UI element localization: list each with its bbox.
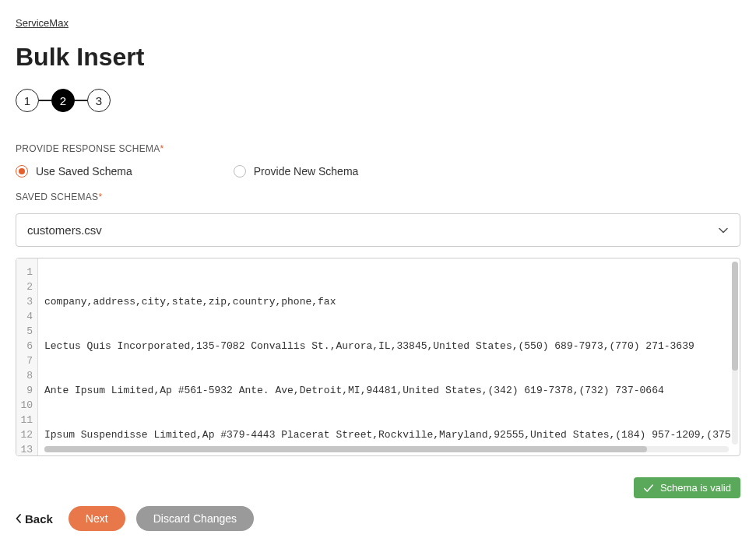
code-line: Ipsum Suspendisse Limited,Ap #379-4443 P… [44, 427, 733, 442]
radio-icon [16, 165, 28, 178]
next-button[interactable]: Next [69, 506, 125, 531]
radio-label: Provide New Schema [254, 165, 359, 178]
code-line: Ante Ipsum Limited,Ap #561-5932 Ante. Av… [44, 383, 733, 398]
saved-schemas-label: SAVED SCHEMAS* [16, 192, 740, 202]
app-link[interactable]: ServiceMax [16, 17, 69, 29]
step-2[interactable]: 2 [51, 89, 75, 112]
vertical-scrollbar[interactable] [732, 262, 738, 445]
status-text: Schema is valid [660, 482, 731, 494]
select-value: customers.csv [27, 223, 102, 237]
line-number-gutter: 1 2 3 4 5 6 7 8 9 10 11 12 13 [16, 258, 38, 455]
step-3[interactable]: 3 [87, 89, 111, 112]
horizontal-scrollbar[interactable] [44, 446, 729, 452]
radio-use-saved-schema[interactable]: Use Saved Schema [16, 165, 132, 178]
page-title: Bulk Insert [16, 43, 740, 72]
stepper: 1 2 3 [16, 89, 740, 112]
footer-actions: Back Next Discard Changes [16, 506, 254, 531]
code-content[interactable]: company,address,city,state,zip,country,p… [38, 258, 740, 455]
code-line: company,address,city,state,zip,country,p… [44, 294, 733, 309]
chevron-down-icon [718, 225, 729, 236]
schema-valid-badge: Schema is valid [634, 477, 740, 498]
scrollbar-thumb[interactable] [732, 262, 738, 371]
discard-changes-button[interactable]: Discard Changes [136, 506, 254, 531]
back-button[interactable]: Back [16, 512, 53, 526]
code-line: Lectus Quis Incorporated,135-7082 Conval… [44, 339, 733, 353]
back-label: Back [25, 512, 53, 526]
radio-provide-new-schema[interactable]: Provide New Schema [234, 165, 359, 178]
schema-code-editor[interactable]: 1 2 3 4 5 6 7 8 9 10 11 12 13 company,ad… [16, 258, 740, 456]
radio-icon [234, 165, 246, 178]
check-icon [643, 483, 654, 494]
saved-schemas-select[interactable]: customers.csv [16, 213, 740, 247]
schema-mode-radio-group: Use Saved Schema Provide New Schema [16, 165, 740, 178]
schema-mode-label: PROVIDE RESPONSE SCHEMA* [16, 143, 740, 154]
radio-label: Use Saved Schema [36, 165, 132, 178]
required-asterisk: * [160, 143, 164, 154]
step-1[interactable]: 1 [16, 89, 39, 112]
step-line [39, 100, 51, 101]
scrollbar-thumb[interactable] [44, 446, 647, 452]
chevron-left-icon [16, 512, 22, 526]
step-line [75, 100, 87, 101]
required-asterisk: * [98, 192, 102, 202]
